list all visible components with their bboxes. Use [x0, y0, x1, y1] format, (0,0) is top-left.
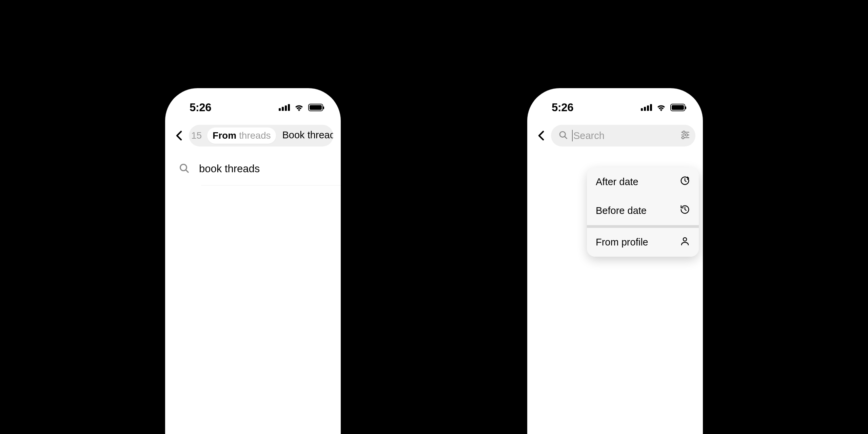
status-bar: 5:26: [165, 88, 341, 122]
battery-icon: [670, 104, 685, 111]
status-indicators: [279, 104, 323, 111]
svg-point-17: [683, 238, 687, 241]
cellular-icon: [279, 104, 290, 111]
wifi-icon: [294, 104, 304, 111]
filter-label: After date: [596, 176, 638, 188]
suggestion-text: book threads: [199, 163, 260, 175]
battery-icon: [308, 104, 323, 111]
search-icon: [179, 163, 190, 175]
svg-line-9: [565, 136, 567, 138]
status-bar: 5:26: [527, 88, 703, 122]
filters-icon[interactable]: [680, 130, 691, 142]
svg-point-11: [683, 131, 685, 134]
back-button[interactable]: [173, 131, 185, 141]
history-icon: [680, 204, 690, 217]
filter-from-profile[interactable]: From profile: [587, 228, 699, 257]
clock-forward-icon: [680, 176, 690, 188]
search-bar: Search: [527, 122, 703, 149]
search-input[interactable]: un 15 From threads Book threads: [189, 125, 333, 146]
divider: [201, 185, 341, 185]
filter-before-date[interactable]: Before date: [587, 196, 699, 225]
search-bar: un 15 From threads Book threads: [165, 122, 341, 149]
phone-right: 5:26 Search: [527, 88, 703, 434]
wifi-icon: [656, 104, 666, 111]
filter-chip-date[interactable]: un 15: [189, 128, 204, 143]
filter-popover: After date Before date From profile: [587, 167, 699, 257]
svg-line-7: [186, 170, 188, 172]
chip-from-value: threads: [239, 130, 271, 141]
status-indicators: [641, 104, 685, 111]
cellular-icon: [641, 104, 652, 111]
filter-chip-from[interactable]: From threads: [207, 127, 276, 144]
svg-point-15: [682, 137, 684, 139]
status-time: 5:26: [190, 101, 211, 114]
filter-label: From profile: [596, 237, 648, 248]
filter-label: Before date: [596, 205, 647, 216]
search-input[interactable]: Search: [551, 125, 695, 146]
filter-after-date[interactable]: After date: [587, 167, 699, 196]
svg-point-13: [686, 134, 688, 136]
status-time: 5:26: [552, 101, 573, 114]
text-cursor: [572, 130, 573, 141]
back-button[interactable]: [535, 131, 548, 141]
popover-separator: [587, 225, 699, 228]
phone-left: 5:26 un 15 From threads Book threads: [165, 88, 341, 434]
search-query-text: Book threads: [282, 130, 333, 141]
chip-from-label: From: [213, 130, 236, 141]
search-icon: [558, 130, 568, 141]
search-placeholder: Search: [573, 130, 605, 141]
search-suggestion[interactable]: book threads: [165, 149, 341, 185]
person-icon: [680, 236, 690, 249]
